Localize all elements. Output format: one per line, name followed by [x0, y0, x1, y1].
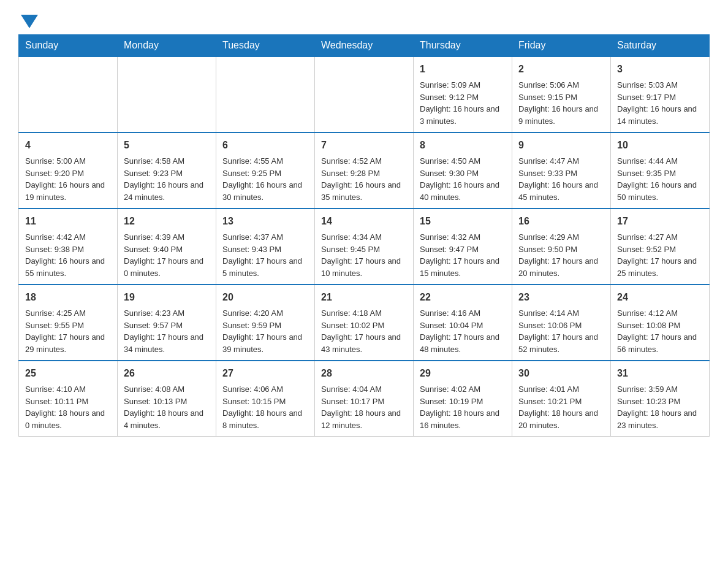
- day-number: 21: [321, 290, 407, 305]
- day-number: 8: [420, 138, 506, 153]
- day-number: 28: [321, 366, 407, 381]
- day-number: 29: [420, 366, 506, 381]
- day-info: Sunrise: 4:42 AMSunset: 9:38 PMDaylight:…: [25, 231, 111, 279]
- calendar-header-row: SundayMondayTuesdayWednesdayThursdayFrid…: [19, 35, 710, 57]
- calendar-cell: 1Sunrise: 5:09 AMSunset: 9:12 PMDaylight…: [414, 56, 512, 132]
- calendar-cell: 17Sunrise: 4:27 AMSunset: 9:52 PMDayligh…: [611, 209, 710, 285]
- calendar-cell: 4Sunrise: 5:00 AMSunset: 9:20 PMDaylight…: [19, 132, 118, 209]
- day-info: Sunrise: 4:16 AMSunset: 10:04 PMDaylight…: [420, 307, 506, 355]
- day-info: Sunrise: 4:34 AMSunset: 9:45 PMDaylight:…: [321, 231, 407, 279]
- day-info: Sunrise: 4:10 AMSunset: 10:11 PMDaylight…: [25, 383, 111, 431]
- day-number: 27: [222, 366, 308, 381]
- day-number: 18: [25, 290, 111, 305]
- calendar-cell: 12Sunrise: 4:39 AMSunset: 9:40 PMDayligh…: [118, 209, 216, 285]
- day-number: 11: [25, 214, 111, 229]
- calendar-cell: [216, 56, 315, 132]
- calendar-cell: 20Sunrise: 4:20 AMSunset: 9:59 PMDayligh…: [216, 285, 315, 361]
- calendar-week-row: 18Sunrise: 4:25 AMSunset: 9:55 PMDayligh…: [19, 285, 710, 361]
- calendar-cell: 15Sunrise: 4:32 AMSunset: 9:47 PMDayligh…: [414, 209, 512, 285]
- calendar-cell: 28Sunrise: 4:04 AMSunset: 10:17 PMDaylig…: [315, 361, 414, 437]
- day-number: 3: [617, 62, 703, 77]
- day-info: Sunrise: 4:52 AMSunset: 9:28 PMDaylight:…: [321, 155, 407, 203]
- day-info: Sunrise: 4:27 AMSunset: 9:52 PMDaylight:…: [617, 231, 703, 279]
- calendar-cell: 25Sunrise: 4:10 AMSunset: 10:11 PMDaylig…: [19, 361, 118, 437]
- calendar-cell: 13Sunrise: 4:37 AMSunset: 9:43 PMDayligh…: [216, 209, 315, 285]
- calendar-cell: 23Sunrise: 4:14 AMSunset: 10:06 PMDaylig…: [512, 285, 611, 361]
- day-number: 14: [321, 214, 407, 229]
- calendar-cell: 14Sunrise: 4:34 AMSunset: 9:45 PMDayligh…: [315, 209, 414, 285]
- day-info: Sunrise: 4:06 AMSunset: 10:15 PMDaylight…: [222, 383, 308, 431]
- calendar-cell: 27Sunrise: 4:06 AMSunset: 10:15 PMDaylig…: [216, 361, 315, 437]
- calendar-cell: [118, 56, 216, 132]
- day-number: 23: [518, 290, 604, 305]
- day-number: 9: [518, 138, 604, 153]
- day-number: 22: [420, 290, 506, 305]
- day-info: Sunrise: 4:29 AMSunset: 9:50 PMDaylight:…: [518, 231, 604, 279]
- calendar-cell: 3Sunrise: 5:03 AMSunset: 9:17 PMDaylight…: [611, 56, 710, 132]
- day-info: Sunrise: 5:06 AMSunset: 9:15 PMDaylight:…: [518, 79, 604, 127]
- day-info: Sunrise: 4:47 AMSunset: 9:33 PMDaylight:…: [518, 155, 604, 203]
- calendar-cell: 6Sunrise: 4:55 AMSunset: 9:25 PMDaylight…: [216, 132, 315, 209]
- day-number: 4: [25, 138, 111, 153]
- day-number: 6: [222, 138, 308, 153]
- day-number: 26: [124, 366, 210, 381]
- calendar-cell: 29Sunrise: 4:02 AMSunset: 10:19 PMDaylig…: [414, 361, 512, 437]
- day-number: 1: [420, 62, 506, 77]
- day-info: Sunrise: 4:39 AMSunset: 9:40 PMDaylight:…: [124, 231, 210, 279]
- day-number: 19: [124, 290, 210, 305]
- calendar-cell: 8Sunrise: 4:50 AMSunset: 9:30 PMDaylight…: [414, 132, 512, 209]
- day-info: Sunrise: 4:58 AMSunset: 9:23 PMDaylight:…: [124, 155, 210, 203]
- calendar-cell: 18Sunrise: 4:25 AMSunset: 9:55 PMDayligh…: [19, 285, 118, 361]
- calendar-cell: 16Sunrise: 4:29 AMSunset: 9:50 PMDayligh…: [512, 209, 611, 285]
- day-info: Sunrise: 4:08 AMSunset: 10:13 PMDaylight…: [124, 383, 210, 431]
- day-info: Sunrise: 4:50 AMSunset: 9:30 PMDaylight:…: [420, 155, 506, 203]
- calendar-cell: 7Sunrise: 4:52 AMSunset: 9:28 PMDaylight…: [315, 132, 414, 209]
- calendar-cell: 5Sunrise: 4:58 AMSunset: 9:23 PMDaylight…: [118, 132, 216, 209]
- column-header-saturday: Saturday: [611, 35, 710, 57]
- day-number: 5: [124, 138, 210, 153]
- column-header-wednesday: Wednesday: [315, 35, 414, 57]
- day-number: 10: [617, 138, 703, 153]
- day-number: 2: [518, 62, 604, 77]
- day-number: 16: [518, 214, 604, 229]
- day-number: 7: [321, 138, 407, 153]
- day-number: 17: [617, 214, 703, 229]
- calendar-cell: 22Sunrise: 4:16 AMSunset: 10:04 PMDaylig…: [414, 285, 512, 361]
- day-number: 12: [124, 214, 210, 229]
- day-info: Sunrise: 5:00 AMSunset: 9:20 PMDaylight:…: [25, 155, 111, 203]
- day-number: 15: [420, 214, 506, 229]
- calendar-week-row: 4Sunrise: 5:00 AMSunset: 9:20 PMDaylight…: [19, 132, 710, 209]
- day-info: Sunrise: 4:23 AMSunset: 9:57 PMDaylight:…: [124, 307, 210, 355]
- day-number: 13: [222, 214, 308, 229]
- calendar-cell: 26Sunrise: 4:08 AMSunset: 10:13 PMDaylig…: [118, 361, 216, 437]
- day-info: Sunrise: 4:02 AMSunset: 10:19 PMDaylight…: [420, 383, 506, 431]
- day-number: 20: [222, 290, 308, 305]
- calendar-cell: [19, 56, 118, 132]
- day-info: Sunrise: 4:20 AMSunset: 9:59 PMDaylight:…: [222, 307, 308, 355]
- day-info: Sunrise: 4:32 AMSunset: 9:47 PMDaylight:…: [420, 231, 506, 279]
- calendar-cell: 30Sunrise: 4:01 AMSunset: 10:21 PMDaylig…: [512, 361, 611, 437]
- calendar-cell: 9Sunrise: 4:47 AMSunset: 9:33 PMDaylight…: [512, 132, 611, 209]
- calendar-cell: 21Sunrise: 4:18 AMSunset: 10:02 PMDaylig…: [315, 285, 414, 361]
- calendar-cell: 10Sunrise: 4:44 AMSunset: 9:35 PMDayligh…: [611, 132, 710, 209]
- day-number: 24: [617, 290, 703, 305]
- calendar-table: SundayMondayTuesdayWednesdayThursdayFrid…: [18, 34, 710, 437]
- day-info: Sunrise: 4:04 AMSunset: 10:17 PMDaylight…: [321, 383, 407, 431]
- column-header-sunday: Sunday: [19, 35, 118, 57]
- calendar-cell: 19Sunrise: 4:23 AMSunset: 9:57 PMDayligh…: [118, 285, 216, 361]
- page-header: [18, 12, 710, 28]
- day-number: 30: [518, 366, 604, 381]
- day-info: Sunrise: 4:37 AMSunset: 9:43 PMDaylight:…: [222, 231, 308, 279]
- day-info: Sunrise: 4:25 AMSunset: 9:55 PMDaylight:…: [25, 307, 111, 355]
- column-header-thursday: Thursday: [414, 35, 512, 57]
- day-info: Sunrise: 4:55 AMSunset: 9:25 PMDaylight:…: [222, 155, 308, 203]
- calendar-cell: 31Sunrise: 3:59 AMSunset: 10:23 PMDaylig…: [611, 361, 710, 437]
- day-info: Sunrise: 3:59 AMSunset: 10:23 PMDaylight…: [617, 383, 703, 431]
- calendar-week-row: 25Sunrise: 4:10 AMSunset: 10:11 PMDaylig…: [19, 361, 710, 437]
- calendar-cell: 11Sunrise: 4:42 AMSunset: 9:38 PMDayligh…: [19, 209, 118, 285]
- calendar-week-row: 11Sunrise: 4:42 AMSunset: 9:38 PMDayligh…: [19, 209, 710, 285]
- day-info: Sunrise: 4:18 AMSunset: 10:02 PMDaylight…: [321, 307, 407, 355]
- logo-triangle-icon: [21, 15, 38, 28]
- calendar-week-row: 1Sunrise: 5:09 AMSunset: 9:12 PMDaylight…: [19, 56, 710, 132]
- calendar-cell: 2Sunrise: 5:06 AMSunset: 9:15 PMDaylight…: [512, 56, 611, 132]
